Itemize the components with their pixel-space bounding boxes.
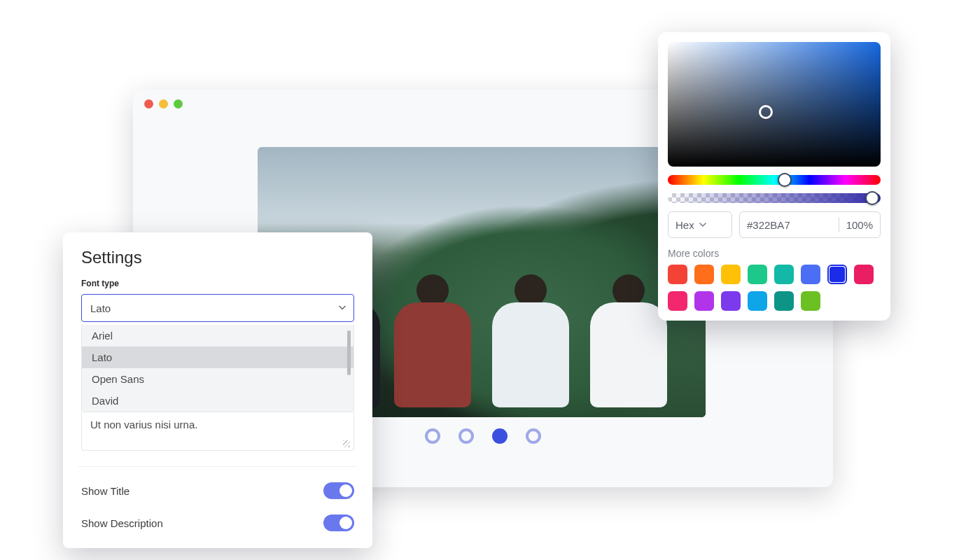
color-swatch-1[interactable] xyxy=(668,265,687,284)
carousel-pager xyxy=(425,428,541,444)
color-swatch-14[interactable] xyxy=(801,291,820,311)
color-swatch-5[interactable] xyxy=(774,265,794,284)
settings-divider xyxy=(78,466,357,467)
dropdown-scrollbar[interactable] xyxy=(347,330,351,375)
show-title-row: Show Title xyxy=(81,482,354,499)
show-title-label: Show Title xyxy=(81,485,130,497)
window-close-dot[interactable] xyxy=(144,99,153,108)
font-option-open-sans[interactable]: Open Sans xyxy=(82,368,354,390)
show-description-label: Show Description xyxy=(81,517,163,529)
color-picker-cursor[interactable] xyxy=(759,105,773,119)
color-picker-field[interactable] xyxy=(668,42,881,167)
color-swatch-2[interactable] xyxy=(694,265,714,284)
hero-person-3 xyxy=(489,256,573,417)
color-swatch-13[interactable] xyxy=(774,291,794,311)
opacity-slider-thumb[interactable] xyxy=(865,191,879,205)
window-minimize-dot[interactable] xyxy=(159,99,168,108)
more-colors-label: More colors xyxy=(668,248,881,259)
hex-input[interactable]: #322BA7 100% xyxy=(739,211,881,238)
show-description-row: Show Description xyxy=(81,514,354,531)
chevron-down-icon xyxy=(699,219,707,231)
font-type-dropdown: Ariel Lato Open Sans David xyxy=(81,325,354,412)
opacity-slider[interactable] xyxy=(668,193,881,203)
font-type-label: Font type xyxy=(81,279,354,288)
font-type-select[interactable]: Lato xyxy=(81,294,354,322)
input-divider xyxy=(839,217,839,232)
show-description-toggle[interactable] xyxy=(323,514,354,531)
description-textarea[interactable]: Ut non varius nisi urna. xyxy=(81,412,354,451)
color-swatch-4[interactable] xyxy=(748,265,767,284)
color-swatch-6[interactable] xyxy=(801,265,820,284)
color-swatch-11[interactable] xyxy=(721,291,741,311)
color-swatch-7[interactable] xyxy=(827,265,847,284)
color-swatch-12[interactable] xyxy=(748,291,767,311)
hex-value: #322BA7 xyxy=(747,219,790,231)
description-textarea-value: Ut non varius nisi urna. xyxy=(90,419,197,430)
color-swatch-8[interactable] xyxy=(854,265,874,284)
color-swatch-9[interactable] xyxy=(668,291,687,311)
color-input-row: Hex #322BA7 100% xyxy=(668,211,881,238)
font-option-ariel[interactable]: Ariel xyxy=(82,325,354,346)
pager-dot-2[interactable] xyxy=(458,428,474,444)
font-type-value: Lato xyxy=(90,302,111,314)
hero-person-2 xyxy=(391,256,475,417)
color-swatches xyxy=(668,265,881,311)
hue-slider[interactable] xyxy=(668,175,881,185)
opacity-value: 100% xyxy=(846,219,873,231)
hue-slider-thumb[interactable] xyxy=(778,173,792,187)
window-maximize-dot[interactable] xyxy=(174,99,183,108)
show-title-toggle[interactable] xyxy=(323,482,354,499)
pager-dot-3[interactable] xyxy=(492,428,507,444)
color-format-select[interactable]: Hex xyxy=(668,211,732,238)
font-option-david[interactable]: David xyxy=(82,390,354,412)
color-format-label: Hex xyxy=(676,219,694,231)
settings-panel: Settings Font type Lato Ariel Lato Open … xyxy=(63,232,372,548)
pager-dot-1[interactable] xyxy=(425,428,440,444)
settings-title: Settings xyxy=(81,248,354,267)
color-swatch-3[interactable] xyxy=(721,265,741,284)
color-picker-panel: Hex #322BA7 100% More colors xyxy=(658,32,890,321)
pager-dot-4[interactable] xyxy=(526,428,541,444)
chevron-down-icon xyxy=(338,302,346,314)
color-swatch-10[interactable] xyxy=(694,291,714,311)
font-option-lato[interactable]: Lato xyxy=(82,346,354,368)
